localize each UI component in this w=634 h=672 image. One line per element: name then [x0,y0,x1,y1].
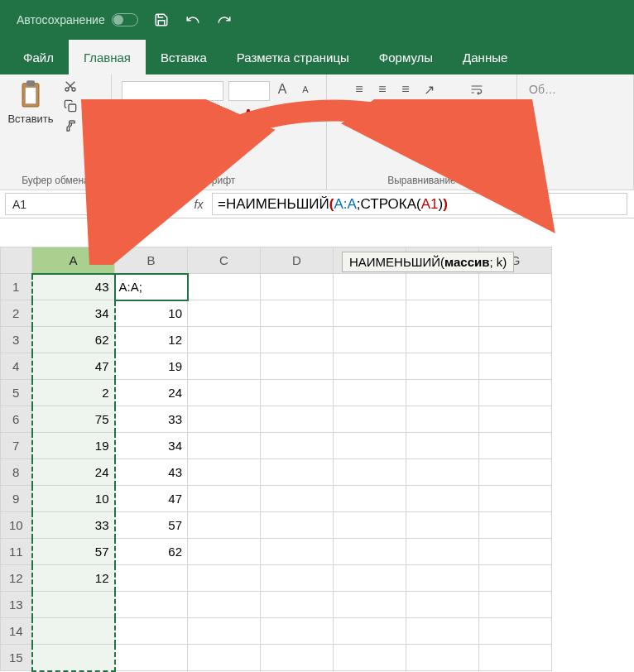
tab-formulas[interactable]: Формулы [364,40,448,74]
tab-home[interactable]: Главная [69,40,146,74]
autosave-toggle[interactable]: Автосохранение [17,13,138,26]
bold-button[interactable]: Ж [122,108,143,124]
select-all-corner[interactable] [1,247,32,274]
cell[interactable]: 12 [32,565,115,592]
cell[interactable] [261,274,334,300]
cell[interactable]: 47 [32,353,115,380]
cell[interactable]: 57 [32,539,115,565]
font-name-dropdown[interactable] [122,81,223,101]
name-box[interactable]: A1 ▼ [5,193,129,215]
cell[interactable] [32,592,115,618]
cell[interactable]: 34 [115,433,188,459]
cut-icon[interactable] [60,78,81,94]
font-color-icon[interactable]: A [238,108,259,124]
cell[interactable]: 24 [32,459,115,486]
cell[interactable] [32,618,115,645]
align-right-icon[interactable]: ≡ [383,104,405,121]
cell[interactable]: 57 [115,512,188,539]
border-icon[interactable] [191,108,213,124]
cell[interactable] [334,274,406,300]
column-header-c[interactable]: C [188,247,261,274]
cancel-formula-icon[interactable]: ✕ [132,190,159,218]
row-header[interactable]: 14 [1,618,32,645]
cell-active[interactable]: A:A; [115,274,188,300]
cell[interactable] [479,274,552,300]
cell[interactable]: 24 [115,380,188,406]
row-header[interactable]: 10 [1,512,32,539]
chevron-down-icon: ▼ [113,199,122,209]
spreadsheet-grid[interactable]: A B C D E F G 143A:A; 23410 36212 44719 … [0,247,634,672]
redo-icon[interactable] [216,12,233,28]
row-header[interactable]: 9 [1,486,32,512]
cell[interactable]: 19 [32,433,115,459]
cell[interactable] [115,618,188,645]
undo-icon[interactable] [185,12,201,28]
align-left-icon[interactable]: ≡ [337,104,358,121]
paste-button[interactable]: Вставить [7,78,55,125]
row-header[interactable]: 7 [1,433,32,459]
align-top-icon[interactable]: ≡ [348,81,370,98]
column-header-d[interactable]: D [261,247,334,274]
row-header[interactable]: 11 [1,539,32,565]
align-center-icon[interactable]: ≡ [360,104,382,121]
row-header[interactable]: 3 [1,327,32,353]
row-header[interactable]: 5 [1,380,32,406]
format-painter-icon[interactable] [60,118,81,134]
title-bar: Автосохранение [0,0,634,40]
enter-formula-icon[interactable]: ✓ [159,190,185,218]
merge-center-icon[interactable] [463,104,491,121]
cell[interactable]: 47 [115,486,188,512]
svg-rect-9 [219,121,232,122]
cell[interactable]: 19 [115,353,188,380]
cell[interactable] [406,274,479,300]
fx-icon[interactable]: fx [185,190,212,218]
cell[interactable] [115,565,188,592]
row-header[interactable]: 2 [1,300,32,327]
underline-button[interactable]: Ч [168,108,190,124]
row-header[interactable]: 1 [1,274,32,300]
decrease-indent-icon[interactable]: ⇤ [406,104,428,121]
row-header[interactable]: 12 [1,565,32,592]
row-header[interactable]: 13 [1,592,32,618]
cell[interactable]: 10 [32,486,115,512]
cell[interactable]: 43 [32,274,115,300]
orientation-icon[interactable]: ↗ [418,81,439,98]
row-header[interactable]: 6 [1,406,32,433]
toggle-icon [112,13,138,26]
increase-font-icon[interactable]: A [271,81,293,98]
cell[interactable]: 34 [32,300,115,327]
save-icon[interactable] [153,12,170,28]
increase-indent-icon[interactable]: ⇥ [430,104,451,121]
cell[interactable] [115,645,188,671]
tab-file[interactable]: Файл [8,40,69,74]
align-bottom-icon[interactable]: ≡ [395,81,416,98]
cell[interactable]: 43 [115,459,188,486]
copy-icon[interactable] [60,98,81,114]
cell[interactable]: 62 [115,539,188,565]
decrease-font-icon[interactable]: A [295,81,316,98]
column-header-a[interactable]: A [32,247,115,274]
italic-button[interactable]: К [145,108,166,124]
cell[interactable] [32,645,115,671]
cell[interactable]: 10 [115,300,188,327]
cell[interactable] [115,592,188,618]
cell[interactable]: 62 [32,327,115,353]
column-header-b[interactable]: B [115,247,188,274]
tab-data[interactable]: Данные [448,40,522,74]
fill-color-icon[interactable] [214,108,236,124]
row-header[interactable]: 15 [1,645,32,671]
font-size-dropdown[interactable] [228,81,270,101]
align-middle-icon[interactable]: ≡ [372,81,393,98]
tab-insert[interactable]: Вставка [146,40,222,74]
cell[interactable]: 33 [115,406,188,433]
cell[interactable]: 33 [32,512,115,539]
wrap-text-icon[interactable] [463,81,491,98]
formula-input[interactable]: =НАИМЕНЬШИЙ(A:A;СТРОКА(A1)) [212,193,627,215]
cell[interactable]: 75 [32,406,115,433]
row-header[interactable]: 4 [1,353,32,380]
cell[interactable]: 12 [115,327,188,353]
tab-page-layout[interactable]: Разметка страницы [222,40,364,74]
row-header[interactable]: 8 [1,459,32,486]
cell[interactable] [188,274,261,300]
cell[interactable]: 2 [32,380,115,406]
